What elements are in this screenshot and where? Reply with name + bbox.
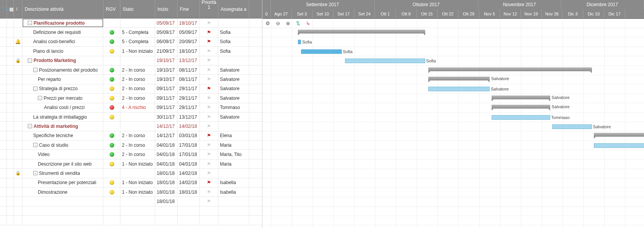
cell-inizio[interactable]: 05/09/17 [155,28,177,37]
gantt-summary-bar[interactable]: Salvatore [492,96,550,99]
cell-attachment[interactable] [0,197,7,206]
cell-inizio[interactable]: 18/01/18 [155,188,177,196]
gantt-summary-bar[interactable] [428,67,592,71]
cell-description[interactable]: Descrizione per il sito web [22,159,103,168]
cell-description[interactable]: -Posizionamento del prodotto [22,65,103,74]
cell-fine[interactable]: 18/01/18 [177,188,200,196]
cell-fine[interactable]: 18/10/17 [177,18,200,27]
cell-note[interactable] [7,169,14,178]
cell-description[interactable]: -Strategia di prezzo [22,84,103,93]
cell-attachment[interactable] [0,75,7,84]
cell-inizio[interactable]: 04/01/18 [155,159,177,168]
cell-rgv[interactable] [103,141,120,149]
cell-inizio[interactable]: 04/01/18 [155,141,177,149]
cell-fine[interactable]: 20/09/17 [177,37,200,46]
cell-assegnata[interactable]: Sofia [218,47,249,55]
cell-priorita[interactable]: ⚑ [200,37,218,46]
cell-fine[interactable]: 18/10/17 [177,47,200,55]
collapse-toggle[interactable]: - [28,21,32,25]
cell-stato[interactable]: 4 - A rischio [120,103,155,112]
cell-priorita[interactable]: ⚑ [200,103,218,112]
cell-description[interactable]: -Caso di studio [22,141,103,149]
cell-description[interactable]: Definizione dei requisiti [22,28,103,37]
cell-assegnata[interactable] [218,56,249,65]
cell-rgv[interactable] [103,18,120,27]
cell-description[interactable]: -Attività di marketing [22,122,103,131]
cell-info[interactable]: 🔒 [14,169,22,178]
cell-inizio[interactable]: 06/09/17 [155,37,177,46]
cell-stato[interactable]: 2 - In corso [120,94,155,102]
cell-rgv[interactable] [103,206,120,215]
cell-rgv[interactable] [103,122,120,131]
cell-stato[interactable] [120,197,155,206]
collapse-toggle[interactable]: - [33,68,37,72]
table-row[interactable]: Definizione dei requisiti5 - Completa05/… [0,28,262,37]
cell-stato[interactable] [120,206,155,215]
cell-assegnata[interactable] [218,122,249,131]
col-assegnata[interactable]: Assegnata a [218,0,249,18]
cell-attachment[interactable] [0,141,7,149]
cell-attachment[interactable] [0,103,7,112]
cell-inizio[interactable]: 14/12/17 [155,131,177,140]
cell-inizio[interactable] [155,206,177,215]
cell-fine[interactable] [177,216,200,225]
cell-note[interactable] [7,47,14,55]
cell-priorita[interactable] [200,206,218,215]
cell-info[interactable] [14,178,22,187]
cell-attachment[interactable] [0,169,7,178]
cell-note[interactable] [7,197,14,206]
cell-info[interactable] [14,131,22,140]
cell-fine[interactable]: 29/11/17 [177,84,200,93]
cell-inizio[interactable]: 18/01/18 [155,197,177,206]
table-row[interactable] [0,206,262,216]
cell-inizio[interactable]: 09/11/17 [155,94,177,102]
cell-assegnata[interactable]: Sofia [218,28,249,37]
cell-fine[interactable]: 13/12/17 [177,112,200,121]
cell-note[interactable] [7,188,14,196]
table-row[interactable]: La strategia di imballaggio30/11/1713/12… [0,112,262,122]
cell-note[interactable] [7,37,14,46]
cell-info[interactable] [14,206,22,215]
cell-note[interactable] [7,28,14,37]
cell-rgv[interactable] [103,159,120,168]
cell-attachment[interactable] [0,18,7,27]
gantt-summary-bar[interactable]: Salvatore [492,105,550,109]
cell-stato[interactable]: 2 - In corso [120,84,155,93]
cell-stato[interactable] [120,122,155,131]
cell-info[interactable] [14,103,22,112]
cell-rgv[interactable] [103,28,120,37]
table-row[interactable]: -Prezzi per mercato2 - In corso09/11/172… [0,94,262,103]
cell-info[interactable] [14,216,22,225]
cell-assegnata[interactable]: Salvatore [218,112,249,121]
cell-attachment[interactable] [0,37,7,46]
cell-attachment[interactable] [0,84,7,93]
cell-description[interactable]: Specifiche tecniche [22,131,103,140]
gantt-task-bar[interactable]: Salvatore [428,87,490,91]
cell-rgv[interactable] [103,112,120,121]
cell-note[interactable] [7,178,14,187]
cell-note[interactable] [7,122,14,131]
gantt-task-bar[interactable]: Tommaso [492,115,550,120]
cell-info[interactable] [14,197,22,206]
cell-assegnata[interactable] [218,206,249,215]
cell-assegnata[interactable] [218,18,249,27]
cell-assegnata[interactable]: Salvatore [218,75,249,84]
gantt-summary-bar[interactable]: Salvatore [428,77,490,80]
cell-stato[interactable] [120,216,155,225]
table-row[interactable]: -Strategia di prezzo2 - In corso09/11/17… [0,84,262,94]
cell-description[interactable]: -Prezzi per mercato [22,94,103,102]
table-row[interactable]: 🔔Analisi costi-benefici5 - Completa06/09… [0,37,262,47]
table-row[interactable]: -Posizionamento del prodotto2 - In corso… [0,65,262,75]
cell-note[interactable] [7,103,14,112]
cell-assegnata[interactable]: Salvatore [218,84,249,93]
cell-info[interactable] [14,122,22,131]
cell-stato[interactable]: 2 - In corso [120,75,155,84]
cell-inizio[interactable]: 09/11/17 [155,84,177,93]
table-row[interactable]: Per reparto2 - In corso19/10/1708/11/17⚑… [0,75,262,84]
cell-priorita[interactable]: ⚑ [200,94,218,102]
cell-rgv[interactable] [103,131,120,140]
sort-icon[interactable]: ⇅ [295,20,301,27]
cell-stato[interactable]: 5 - Completa [120,37,155,46]
cell-note[interactable] [7,150,14,159]
cell-info[interactable] [14,188,22,196]
